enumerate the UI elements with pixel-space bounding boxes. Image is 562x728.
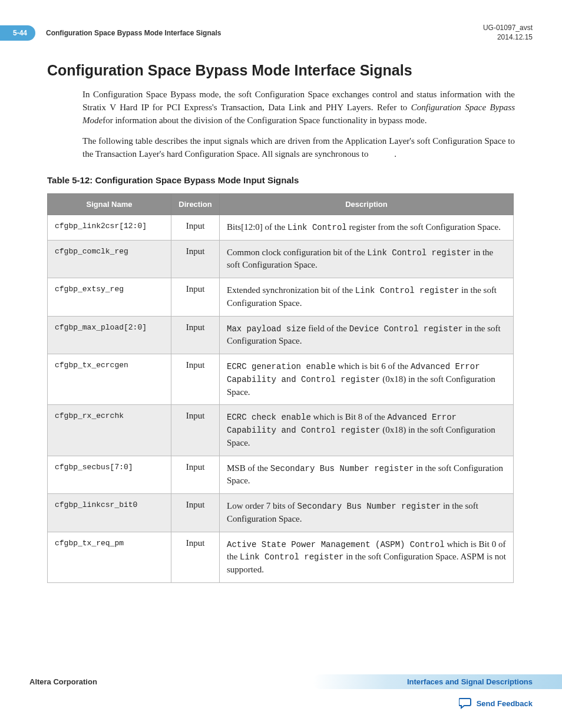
signal-name-cell: cfgbp_tx_ecrcgen [48, 354, 171, 405]
signal-dir-cell: Input [171, 278, 220, 317]
signal-name-cell: cfgbp_max_pload[2:0] [48, 316, 171, 354]
table-caption: Table 5-12: Configuration Space Bypass M… [47, 175, 533, 185]
intro-paragraph-2: The following table describes the input … [82, 135, 515, 161]
doc-id: UG-01097_avst [483, 24, 533, 33]
signal-name-cell: cfgbp_tx_req_pm [48, 532, 171, 582]
table-row: cfgbp_extsy_reg Input Extended synchroni… [48, 278, 514, 317]
signal-dir-cell: Input [171, 405, 220, 456]
signal-name-cell: cfgbp_rx_ecrchk [48, 405, 171, 456]
table-row: cfgbp_max_pload[2:0] Input Max payload s… [48, 316, 514, 354]
footer-row-2: Send Feedback [29, 697, 533, 709]
table-row: cfgbp_link2csr[12:0] Input Bits[12:0] of… [48, 215, 514, 240]
signal-dir-cell: Input [171, 240, 220, 278]
th-direction: Direction [171, 193, 220, 215]
intro-paragraph-1: In Configuration Space Bypass mode, the … [82, 88, 515, 127]
section-title: Configuration Space Bypass Mode Interfac… [47, 62, 533, 79]
signal-dir-cell: Input [171, 316, 220, 354]
signals-table: Signal Name Direction Description cfgbp_… [47, 193, 514, 583]
signal-desc-cell: ECRC check enable which is Bit 8 of the … [220, 405, 514, 456]
th-description: Description [220, 193, 514, 215]
header-left: 5-44 Configuration Space Bypass Mode Int… [29, 25, 221, 41]
table-header-row: Signal Name Direction Description [48, 193, 514, 215]
page-header: 5-44 Configuration Space Bypass Mode Int… [29, 24, 533, 42]
table-row: cfgbp_rx_ecrchk Input ECRC check enable … [48, 405, 514, 456]
signal-dir-cell: Input [171, 532, 220, 582]
table-row: cfgbp_tx_req_pm Input Active State Power… [48, 532, 514, 582]
footer-company: Altera Corporation [29, 677, 97, 686]
para2-text-b: . [394, 149, 396, 159]
feedback-icon[interactable] [459, 697, 472, 709]
th-signal-name: Signal Name [48, 193, 171, 215]
signal-dir-cell: Input [171, 456, 220, 494]
signal-dir-cell: Input [171, 354, 220, 405]
signal-desc-cell: ECRC generation enable which is bit 6 of… [220, 354, 514, 405]
signal-name-cell: cfgbp_secbus[7:0] [48, 456, 171, 494]
table-row: cfgbp_linkcsr_bit0 Input Low order 7 bit… [48, 494, 514, 532]
signal-desc-cell: Common clock configuration bit of the Li… [220, 240, 514, 278]
signal-desc-cell: Extended synchronization bit of the Link… [220, 278, 514, 317]
signal-desc-cell: Max payload size field of the Device Con… [220, 316, 514, 354]
signal-dir-cell: Input [171, 215, 220, 240]
signal-desc-cell: Bits[12:0] of the Link Control register … [220, 215, 514, 240]
page: 5-44 Configuration Space Bypass Mode Int… [0, 0, 562, 728]
para2-text-a: The following table describes the input … [82, 136, 515, 159]
send-feedback-link[interactable]: Send Feedback [477, 699, 533, 708]
signal-desc-cell: Low order 7 bits of Secondary Bus Number… [220, 494, 514, 532]
signal-name-cell: cfgbp_linkcsr_bit0 [48, 494, 171, 532]
footer-doc-link[interactable]: Interfaces and Signal Descriptions [313, 674, 562, 689]
doc-date: 2014.12.15 [483, 33, 533, 42]
table-row: cfgbp_tx_ecrcgen Input ECRC generation e… [48, 354, 514, 405]
signal-desc-cell: Active State Power Management (ASPM) Con… [220, 532, 514, 582]
header-right: UG-01097_avst 2014.12.15 [483, 24, 533, 42]
table-row: cfgbp_secbus[7:0] Input MSB of the Secon… [48, 456, 514, 494]
table-row: cfgbp_comclk_reg Input Common clock conf… [48, 240, 514, 278]
signal-dir-cell: Input [171, 494, 220, 532]
footer-row-1: Altera Corporation Interfaces and Signal… [29, 674, 533, 689]
signal-desc-cell: MSB of the Secondary Bus Number register… [220, 456, 514, 494]
signal-name-cell: cfgbp_link2csr[12:0] [48, 215, 171, 240]
page-footer: Altera Corporation Interfaces and Signal… [29, 674, 533, 709]
running-title: Configuration Space Bypass Mode Interfac… [46, 29, 221, 37]
signal-name-cell: cfgbp_comclk_reg [48, 240, 171, 278]
para1-text-b: for information about the division of th… [103, 116, 427, 125]
signal-name-cell: cfgbp_extsy_reg [48, 278, 171, 317]
page-number-badge: 5-44 [0, 25, 35, 41]
